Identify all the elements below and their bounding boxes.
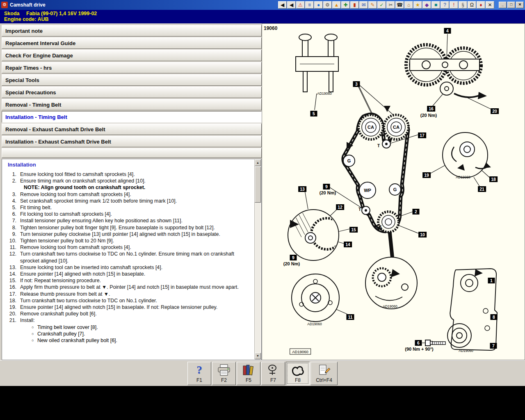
figure-ref-label: AD19060 <box>307 322 322 326</box>
hazard-icon[interactable]: ▲ <box>332 1 341 9</box>
maximize-button[interactable]: □ <box>507 2 515 8</box>
favorites-icon[interactable]: ★ <box>413 1 422 9</box>
sub-step-text: Timing belt lower cover [8]. <box>37 324 98 331</box>
fn-button-f2[interactable]: F2 <box>212 362 236 385</box>
step-number: 14. <box>5 271 20 277</box>
callout-3: 3 <box>353 81 360 87</box>
cut-icon[interactable]: ✂ <box>386 1 395 9</box>
warning-icon[interactable]: ⚠ <box>296 1 305 9</box>
step-number: 11. <box>5 244 20 251</box>
instruction-step: 17.Release thumb pressure from belt at ▼… <box>5 291 252 297</box>
fn-button-f8[interactable]: F8 <box>286 362 310 385</box>
nav-back-icon[interactable]: ◀ <box>287 1 296 9</box>
exit-icon[interactable]: ✕ <box>486 1 494 9</box>
battery-icon[interactable]: ▮ <box>350 1 359 9</box>
bullet-icon: ○ <box>32 324 37 331</box>
nav-item-important-note[interactable]: Important note <box>2 25 262 37</box>
callout-17: 17 <box>418 132 426 138</box>
part-label-wp: WP <box>364 188 371 193</box>
callout-8: 8 <box>491 314 498 320</box>
step-text: Install tensioner pulley ensuring Allen … <box>20 217 252 224</box>
nav-item-special-precautions[interactable]: Special Precautions <box>2 87 262 98</box>
globe-icon[interactable]: ● <box>314 1 323 9</box>
notes-icon[interactable]: ✎ <box>368 1 377 9</box>
nav-item-removal-exhaust-camshaft-drive-belt[interactable]: Removal - Exhaust Camshaft Drive Belt <box>2 123 262 135</box>
scrollbar-thumb[interactable] <box>255 167 261 203</box>
step-number: 2. <box>5 178 20 184</box>
nav-item-installation-exhaust-camshaft-drive-belt[interactable]: Installation - Exhaust Camshaft Drive Be… <box>2 136 262 147</box>
instruction-step: 12.Turn crankshaft two turns clockwise t… <box>5 251 252 264</box>
step-number: 10. <box>5 237 20 244</box>
phone-icon[interactable]: ☎ <box>395 1 404 9</box>
home-icon[interactable]: ⌂ <box>404 1 413 9</box>
fn-key-label: F7 <box>270 377 276 383</box>
nav-item-replacement-interval-guide[interactable]: Replacement Interval Guide <box>2 37 262 49</box>
step-text: Fit locking tool to camshaft sprockets [… <box>20 211 252 217</box>
scroll-down-icon[interactable]: ▼ <box>255 353 261 359</box>
step-number: 9. <box>5 231 20 237</box>
figure-ref-label: AD19060 <box>383 304 397 308</box>
instruction-step: 20.Remove crankshaft pulley bolt [6]. <box>5 310 252 317</box>
block-icon[interactable]: ■ <box>431 1 440 9</box>
instruction-step: 4.Set crankshaft sprocket timing mark 1/… <box>5 198 252 204</box>
step-text: Turn tensioner pulley clockwise [13] unt… <box>20 231 252 237</box>
callout-16: 16 <box>427 106 435 112</box>
step-number: 7. <box>5 217 20 224</box>
instruction-step: 21.Install: <box>5 317 252 324</box>
diamond-icon[interactable]: ♦ <box>477 1 485 9</box>
resistance-icon[interactable]: Ω <box>468 1 476 9</box>
fn-button-f5[interactable]: F5 <box>237 362 260 385</box>
content-heading: Installation <box>8 162 252 168</box>
sub-step: ○New oiled crankshaft pulley bolt [6]. <box>32 337 252 344</box>
index-icon[interactable]: ≡ <box>305 1 314 9</box>
settings-icon[interactable]: ⚙ <box>323 1 332 9</box>
step-text: Ensure pointer [14] aligned with notch [… <box>20 271 252 277</box>
step-number: 16. <box>5 284 20 290</box>
sub-step: ○Crankshaft pulley [7]. <box>32 331 252 337</box>
window-controls: _□✕ <box>498 2 524 8</box>
desktop-background <box>0 386 525 420</box>
nav-item-blank[interactable] <box>2 148 262 158</box>
fn-key-label: F2 <box>221 377 227 383</box>
edit-document-icon <box>317 364 331 377</box>
fn-key-label: F1 <box>196 377 202 383</box>
question-icon[interactable]: ? <box>441 1 449 9</box>
minimize-button[interactable]: _ <box>499 2 507 8</box>
nav-item-repair-times-hrs[interactable]: Repair Times - hrs <box>2 62 262 73</box>
instruction-step: 9.Turn tensioner pulley clockwise [13] u… <box>5 231 252 237</box>
step-text: Apply firm thumb pressure to belt at ▼. … <box>20 284 252 290</box>
callout-19: 19 <box>422 172 431 178</box>
check-icon[interactable]: ✓ <box>377 1 386 9</box>
help-icon: ? <box>196 364 202 377</box>
instruction-step: 6.Fit locking tool to camshaft sprockets… <box>5 211 252 217</box>
instruction-list: 1.Ensure locking tool fitted to camshaft… <box>5 171 252 344</box>
figure-number: 19060 <box>264 25 277 31</box>
fn-button-f7[interactable]: F7 <box>261 362 285 385</box>
diagnostics-icon[interactable]: ✚ <box>341 1 350 9</box>
scroll-up-icon[interactable]: ▲ <box>255 160 261 166</box>
fn-button-ctrl-f4[interactable]: Ctrl+F4 <box>310 362 338 385</box>
section-icon[interactable]: § <box>459 1 467 9</box>
sub-step-text: New oiled crankshaft pulley bolt [6]. <box>37 337 117 344</box>
callout-10: 10 <box>418 232 427 237</box>
callout-1: 1 <box>488 278 495 283</box>
nav-item-special-tools[interactable]: Special Tools <box>2 74 262 86</box>
mail-icon[interactable]: ✉ <box>359 1 368 9</box>
module-icon[interactable]: ◆ <box>422 1 431 9</box>
content-scrollbar[interactable]: ▲ ▼ <box>254 160 261 359</box>
window-title: Camshaft drive <box>10 2 46 8</box>
step-text: Install: <box>20 317 252 324</box>
nav-first-icon[interactable]: ◀ <box>278 1 287 9</box>
step-number: 19. <box>5 304 20 310</box>
app-icon: ⚙ <box>1 2 8 8</box>
step-number: 15. <box>5 277 20 284</box>
alert-icon[interactable]: ! <box>450 1 458 9</box>
nav-item-installation-timing-belt[interactable]: Installation - Timing Belt <box>2 111 262 123</box>
step-text: Fit timing belt. <box>20 204 252 211</box>
step-text: Remove crankshaft pulley bolt [6]. <box>20 310 252 317</box>
close-button[interactable]: ✕ <box>516 2 524 8</box>
fn-button-f1[interactable]: ?F1 <box>187 362 211 385</box>
nav-item-check-for-engine-damage[interactable]: Check For Engine Damage <box>2 50 262 61</box>
nav-item-removal-timing-belt[interactable]: Removal - Timing Belt <box>2 99 262 110</box>
step-text: Ensure locking tool fitted to camshaft s… <box>20 171 252 178</box>
